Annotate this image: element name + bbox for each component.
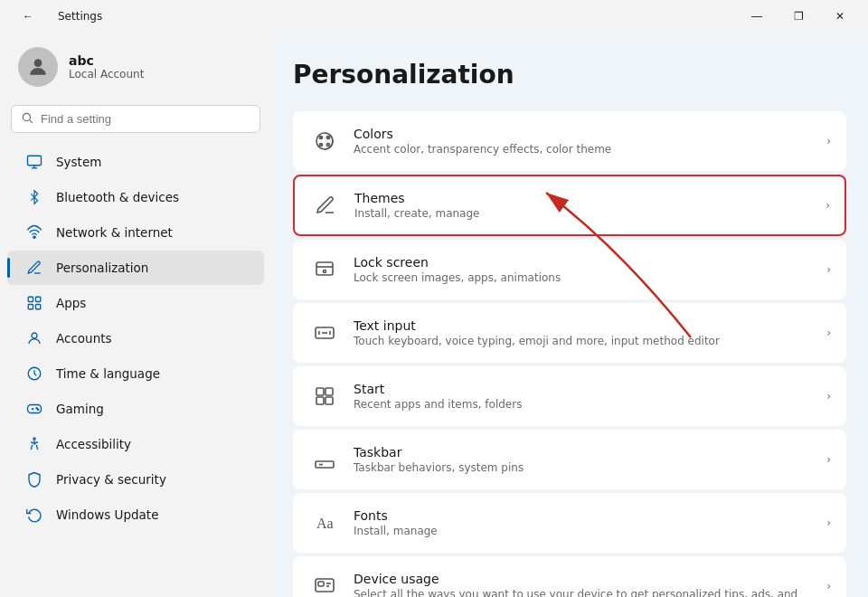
svg-point-25 [327,137,330,139]
settings-item-subtitle: Recent apps and items, folders [354,398,826,411]
settings-item-title: Colors [354,127,826,141]
settings-item-subtitle: Accent color, transparency effects, colo… [354,143,826,156]
app-layout: abc Local Account [0,33,868,597]
svg-text:Aa: Aa [316,516,334,531]
sidebar-item-network[interactable]: Network & internet [7,215,264,250]
back-button[interactable]: ← [7,0,49,33]
sidebar-item-time[interactable]: Time & language [7,356,264,391]
user-section[interactable]: abc Local Account [0,33,271,105]
content-area: Personalization [271,33,868,597]
svg-rect-43 [318,582,324,586]
settings-item-fonts[interactable]: Aa Fonts Install, manage › [293,493,846,553]
titlebar-left: ← Settings [7,0,102,33]
svg-rect-36 [326,388,333,395]
textinput-icon [308,317,341,349]
sidebar-item-label: Privacy & security [56,472,166,487]
settings-list: Colors Accent color, transparency effect… [293,111,846,597]
svg-rect-35 [316,388,324,395]
settings-item-themes[interactable]: Themes Install, create, manage › [293,175,846,236]
taskbar-icon [308,443,341,476]
content-wrapper: Colors Accent color, transparency effect… [293,111,846,597]
svg-point-1 [23,113,30,120]
sidebar-item-system[interactable]: System [7,145,264,179]
sidebar-item-label: Gaming [56,402,104,416]
settings-item-text-textinput: Text input Touch keyboard, voice typing,… [354,318,826,347]
gaming-icon [25,400,43,418]
settings-item-subtitle: Install, create, manage [354,207,826,220]
chevron-right-icon: › [826,580,831,592]
sidebar-item-label: Accessibility [56,437,131,451]
svg-rect-10 [36,305,41,309]
svg-line-2 [30,120,33,123]
sidebar-item-accounts[interactable]: Accounts [7,321,264,355]
accounts-icon [25,329,43,347]
system-icon [25,153,43,171]
search-input[interactable] [41,112,250,126]
sidebar-item-accessibility[interactable]: Accessibility [7,427,264,461]
bluetooth-icon [25,188,43,206]
privacy-icon [25,470,43,488]
user-info: abc Local Account [69,53,144,81]
settings-item-text-start: Start Recent apps and items, folders [354,382,826,411]
settings-item-subtitle: Lock screen images, apps, animations [354,271,826,284]
svg-point-30 [324,270,326,273]
settings-item-title: Start [354,382,826,396]
network-icon [25,223,43,242]
apps-icon [25,294,43,312]
update-icon [25,506,43,524]
window-controls: — ❐ ✕ [736,0,861,33]
svg-rect-38 [326,397,333,404]
svg-rect-8 [36,297,41,301]
svg-rect-7 [28,297,33,301]
search-icon [21,111,33,127]
user-name: abc [69,53,144,68]
user-subtitle: Local Account [69,68,144,81]
search-box[interactable] [11,105,260,133]
svg-line-20 [31,445,33,450]
settings-item-deviceusage[interactable]: Device usage Select all the ways you wan… [293,556,846,597]
sidebar-item-label: Network & internet [56,225,173,240]
close-button[interactable]: ✕ [819,0,861,33]
svg-rect-3 [28,156,42,166]
minimize-button[interactable]: — [736,0,778,33]
nav-list: System Bluetooth & devices [0,144,271,533]
settings-item-colors[interactable]: Colors Accent color, transparency effect… [293,111,846,171]
settings-item-subtitle: Install, manage [354,525,826,537]
settings-item-title: Fonts [354,508,826,523]
settings-item-text-themes: Themes Install, create, manage [354,191,826,220]
svg-point-26 [320,144,323,147]
sidebar-item-apps[interactable]: Apps [7,286,264,320]
maximize-button[interactable]: ❐ [778,0,819,33]
sidebar-item-update[interactable]: Windows Update [7,498,264,532]
settings-item-title: Lock screen [354,255,826,270]
settings-item-text-lockscreen: Lock screen Lock screen images, apps, an… [354,255,826,284]
settings-item-text-taskbar: Taskbar Taskbar behaviors, system pins [354,445,826,474]
settings-item-lockscreen[interactable]: Lock screen Lock screen images, apps, an… [293,240,846,299]
settings-item-taskbar[interactable]: Taskbar Taskbar behaviors, system pins › [293,430,846,489]
start-icon [308,380,341,412]
svg-point-11 [32,333,37,338]
sidebar-item-privacy[interactable]: Privacy & security [7,462,264,497]
sidebar-item-personalization[interactable]: Personalization [7,251,264,285]
settings-item-textinput[interactable]: Text input Touch keyboard, voice typing,… [293,303,846,363]
svg-rect-13 [28,405,42,413]
sidebar-item-bluetooth[interactable]: Bluetooth & devices [7,180,264,214]
sidebar-item-gaming[interactable]: Gaming [7,392,264,426]
svg-point-17 [38,409,39,410]
settings-item-title: Device usage [354,572,826,586]
settings-item-start[interactable]: Start Recent apps and items, folders › [293,366,846,426]
svg-point-18 [33,438,35,440]
chevron-right-icon: › [826,516,831,529]
svg-rect-9 [28,305,33,309]
settings-item-subtitle: Select all the ways you want to use your… [354,588,826,597]
settings-item-title: Taskbar [354,445,826,460]
sidebar-item-label: Personalization [56,261,148,275]
settings-item-subtitle: Touch keyboard, voice typing, emoji and … [354,335,826,347]
avatar [18,47,58,87]
svg-point-0 [34,59,42,67]
lockscreen-icon [308,253,341,286]
sidebar-item-label: System [56,155,101,169]
chevron-right-icon: › [826,453,831,466]
svg-point-24 [320,137,323,139]
colors-icon [308,125,341,157]
